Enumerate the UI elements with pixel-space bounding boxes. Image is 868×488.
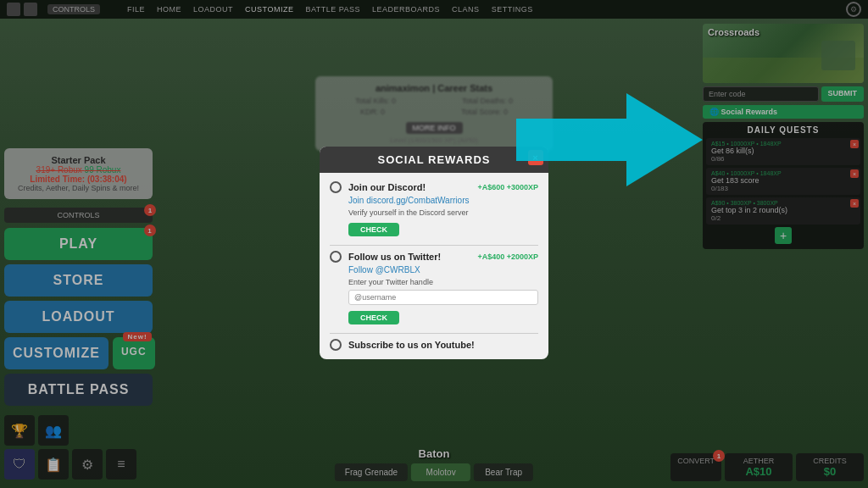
modal-header: SOCIAL REWARDS ×	[320, 147, 548, 173]
twitter-link[interactable]: Follow @CWRBLX	[348, 265, 538, 274]
twitter-section: Follow us on Twitter! +A$400 +2000XP Fol…	[330, 251, 538, 324]
twitter-check-button[interactable]: CHECK	[348, 311, 399, 324]
discord-checkbox[interactable]	[330, 181, 342, 193]
section-divider-2	[330, 333, 538, 334]
discord-section: Join our Discord! +A$600 +3000XP Join di…	[330, 181, 538, 236]
modal-overlay: SOCIAL REWARDS × Join our Discord! +A$60…	[0, 0, 868, 488]
youtube-section: Subscribe to us on Youtube!	[330, 339, 538, 351]
twitter-title: Follow us on Twitter!	[348, 252, 441, 262]
twitter-subtitle: Enter your Twitter handle	[348, 278, 538, 286]
discord-subtitle: Verify yourself in the Discord server	[348, 208, 538, 217]
modal-title: SOCIAL REWARDS	[378, 153, 491, 166]
social-rewards-modal: SOCIAL REWARDS × Join our Discord! +A$60…	[320, 147, 548, 359]
section-divider-1	[330, 245, 538, 246]
youtube-checkbox[interactable]	[330, 339, 342, 351]
twitter-title-row: Follow us on Twitter! +A$400 +2000XP	[330, 251, 538, 263]
modal-close-button[interactable]: ×	[528, 150, 543, 165]
modal-body: Join our Discord! +A$600 +3000XP Join di…	[320, 173, 548, 359]
discord-check-button[interactable]: CHECK	[348, 223, 399, 236]
discord-link[interactable]: Join discord.gg/CombatWarriors	[348, 196, 538, 205]
discord-title-row: Join our Discord! +A$600 +3000XP	[330, 181, 538, 193]
twitter-bonus: +A$400 +2000XP	[477, 252, 538, 261]
youtube-title: Subscribe to us on Youtube!	[348, 340, 475, 350]
twitter-handle-input[interactable]	[348, 290, 538, 305]
discord-bonus: +A$600 +3000XP	[477, 183, 538, 191]
twitter-checkbox[interactable]	[330, 251, 342, 263]
discord-title: Join our Discord!	[348, 182, 426, 192]
youtube-title-row: Subscribe to us on Youtube!	[330, 339, 538, 351]
